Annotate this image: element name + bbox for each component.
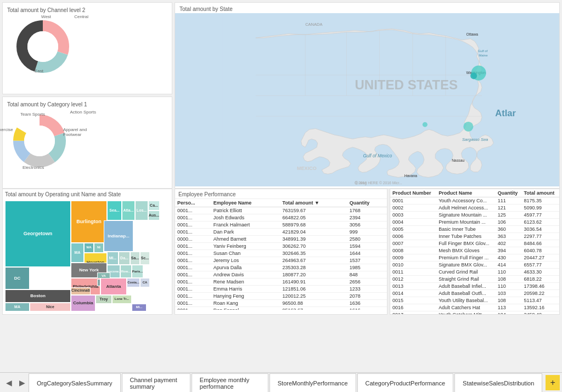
treemap-mi[interactable]: MI...: [107, 252, 119, 265]
exercise-label: Exercise: [0, 127, 13, 132]
employee-table-scroll[interactable]: Perso... Employee Name Total amount ▼ Qu…: [175, 199, 387, 310]
product-row: 0010Signature BMX Glov...4146557.77: [390, 262, 559, 269]
treemap-ca2[interactable]: CA: [140, 278, 150, 287]
employee-table: Perso... Employee Name Total amount ▼ Qu…: [175, 199, 387, 310]
action-sports-label: Action Sports: [70, 110, 96, 115]
product-row: 0002Adult Helmet Access...1215090.99: [390, 204, 559, 212]
treemap-troy[interactable]: Troy: [95, 295, 112, 304]
treemap-costa[interactable]: Costa...: [127, 278, 140, 287]
east-label: East: [35, 69, 43, 73]
svg-text:Gulf of: Gulf of: [478, 49, 488, 53]
treemap-ma-bottom[interactable]: MA: [5, 303, 30, 311]
treemap-ma2[interactable]: [97, 279, 100, 286]
product-row: 0009Premium Full Finger ...43020447.27: [390, 254, 559, 262]
category-title: Total amount by Category level 1: [7, 101, 167, 107]
tabs-container: OrgCategorySalesSummaryChannel payment s…: [29, 373, 543, 392]
content-area: Total amount by Channel level 2: [0, 0, 562, 372]
tab-storemonthlyperformance[interactable]: StoreMonthlyPerformance: [269, 373, 356, 392]
treemap-row[interactable]: Row...: [120, 265, 132, 278]
tab-employee-monthly-performance[interactable]: Employee monthly performance: [192, 373, 268, 392]
treemap-dc[interactable]: DC: [5, 267, 30, 289]
svg-text:Gulf of Mexico: Gulf of Mexico: [363, 154, 392, 158]
employee-row: 0001...Rene Madsen161490.912656: [175, 279, 387, 286]
treemap-ca[interactable]: Ca...: [148, 201, 160, 211]
svg-text:Maine: Maine: [479, 54, 488, 57]
product-table: Product Number Product Name Quantity Tot…: [390, 189, 559, 314]
treemap-ni[interactable]: NI: [94, 243, 104, 253]
treemap-austin[interactable]: Aus...: [148, 211, 160, 220]
category-panel: Total amount by Category level 1: [2, 96, 172, 189]
svg-text:Havana: Havana: [404, 174, 418, 178]
channel-title: Total amount by Channel level 2: [7, 7, 167, 13]
tab-bar: ◀ ▶ OrgCategorySalesSummaryChannel payme…: [0, 372, 562, 392]
employee-row: 0001...Jeremy Los264963.671537: [175, 257, 387, 264]
employee-row: 0001...Patrick Elliott763159.671768: [175, 207, 387, 214]
product-row: 0003Signature Mountain ...1254597.77: [390, 212, 559, 219]
svg-text:CANADA: CANADA: [305, 22, 322, 27]
employee-row: 0000...Ahmed Barnett348991.392580: [175, 236, 387, 243]
treemap-paris[interactable]: Paris...: [132, 265, 143, 278]
treemap-cincinnati2[interactable]: Cincinnati: [71, 287, 91, 295]
tab-nav-left[interactable]: ◀: [2, 373, 15, 392]
treemap-los-angeles[interactable]: Los...: [135, 201, 148, 220]
west-label: West: [41, 14, 51, 19]
map-title: Total amount by State: [175, 3, 559, 13]
svg-point-9: [24, 126, 55, 156]
treemap-georgetown[interactable]: Georgetown: [5, 201, 71, 267]
treemap-lone-tree[interactable]: Lone Tr...: [112, 295, 132, 304]
team-sports-label: Team Sports: [20, 112, 45, 117]
tab-statewisesalesdistribution[interactable]: StatewiseSalesDistribution: [454, 373, 542, 392]
add-tab-button[interactable]: +: [546, 375, 560, 390]
product-row: 0012Straight Grind Rail1086818.22: [390, 276, 559, 283]
treemap-burlington[interactable]: Burlington: [71, 201, 107, 243]
employee-row: 0001...Dan Fennel95163.671616: [175, 307, 387, 310]
treemap-ml[interactable]: MI...: [132, 304, 147, 311]
treemap: Georgetown DC Boston MA Nice Burlington …: [5, 201, 170, 311]
treemap-atlanta2[interactable]: Atlanta: [100, 278, 127, 294]
col-quantity: Quantity: [347, 199, 387, 207]
tab-orgcategorysalessummary[interactable]: OrgCategorySalesSummary: [29, 373, 121, 392]
product-row: 0015Youth Utility Basebal...1085113.47: [390, 297, 559, 304]
treemap-seattle[interactable]: Sea...: [107, 201, 122, 220]
col-total: Total amount: [522, 189, 559, 197]
tab-nav-right[interactable]: ▶: [15, 373, 29, 392]
product-row: 0001Youth Accessory Co...1118175.35: [390, 197, 559, 204]
treemap-wa[interactable]: WA: [84, 243, 94, 253]
channel-donut-chart: [13, 16, 73, 77]
treemap-panel: Total amount by Operating unit Name and …: [2, 189, 172, 315]
tab-categoryproductperformance[interactable]: CategoryProductPerformance: [357, 373, 454, 392]
svg-text:ⓑ bing: ⓑ bing: [355, 181, 367, 185]
employee-row: 0001...Emma Harris121851.061233: [175, 286, 387, 293]
svg-point-3: [27, 31, 58, 62]
electronics-label: Electronics: [23, 165, 44, 170]
svg-text:Sargasso Sea: Sargasso Sea: [462, 137, 488, 142]
treemap-nice[interactable]: Nice: [30, 303, 71, 311]
treemap-boston[interactable]: Boston: [5, 289, 71, 303]
col-total-amount[interactable]: Total amount ▼: [280, 199, 347, 207]
svg-point-31: [470, 72, 477, 79]
channel-panel: Total amount by Channel level 2: [2, 2, 172, 94]
treemap-da[interactable]: Da...: [119, 252, 130, 265]
employee-row: 0001...Susan Chan302646.351644: [175, 250, 387, 257]
product-row: 0014Adult Baseball Outfi...10320598.22: [390, 290, 559, 297]
treemap-sc[interactable]: Sc...: [140, 252, 150, 265]
svg-text:Nassau: Nassau: [452, 158, 464, 162]
treemap-sa[interactable]: Sa...: [130, 252, 140, 265]
category-donut-chart: [9, 111, 70, 171]
employee-row: 0001...Andrew Davis180877.20848: [175, 271, 387, 279]
employee-row: 0001...Franck Halmaert588979.683056: [175, 221, 387, 229]
treemap-ma-mid[interactable]: MA: [71, 243, 84, 263]
tab-channel-payment-summary[interactable]: Channel payment summary: [122, 373, 190, 392]
treemap-columbia[interactable]: Columbia: [71, 295, 95, 311]
treemap-indianapolis[interactable]: Indianap...: [104, 220, 133, 252]
col-product-name: Product Name: [436, 189, 496, 197]
product-row: 0008Mesh BMX Gloves3946040.78: [390, 247, 559, 254]
employee-row: 0001...Yaniv Feinberg306262.701594: [175, 243, 387, 250]
svg-text:Ottawa: Ottawa: [467, 32, 479, 36]
product-table-scroll[interactable]: Product Number Product Name Quantity Tot…: [390, 189, 559, 314]
employee-row: 0001...Josh Edwards664822.052394: [175, 214, 387, 221]
col-qty: Quantity: [496, 189, 522, 197]
treemap-atlanta[interactable]: Atla...: [122, 201, 135, 220]
employee-row: 0001...Dan Park421829.04999: [175, 229, 387, 236]
product-row: 0011Curved Grind Rail1104633.30: [390, 269, 559, 276]
